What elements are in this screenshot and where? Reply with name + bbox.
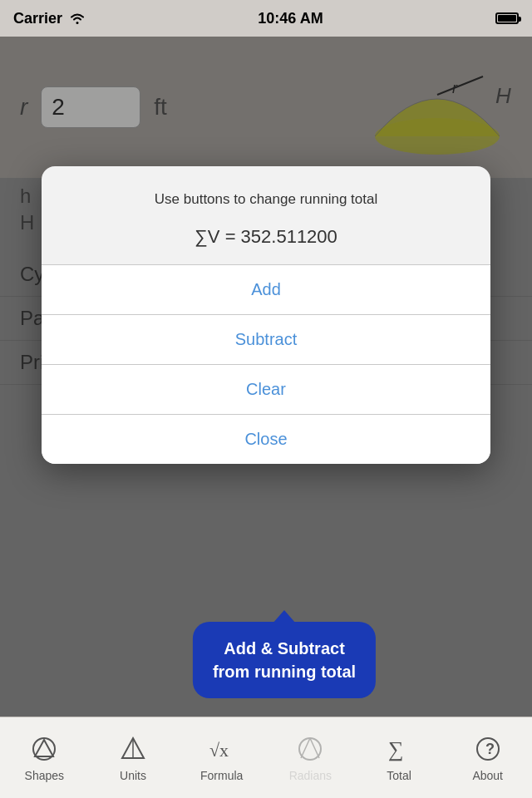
formula-icon: √x [207,734,237,764]
dialog-formula: ∑V = 352.511200 [42,218,490,264]
tab-bar: Shapes Units √x Formula Radians [0,717,532,798]
wifi-icon [69,12,86,25]
status-carrier: Carrier [13,10,86,27]
tab-about-label: About [472,769,503,782]
close-button[interactable]: Close [42,415,490,464]
dialog: Use buttons to change running total ∑V =… [42,166,490,464]
battery-icon [495,12,519,24]
total-icon: ∑ [384,734,414,764]
tab-units-label: Units [120,769,146,782]
svg-text:√x: √x [209,740,229,761]
tab-shapes[interactable]: Shapes [0,717,89,798]
svg-text:∑: ∑ [388,737,404,761]
tab-about[interactable]: ? About [443,717,532,798]
tab-total[interactable]: ∑ Total [355,717,444,798]
status-battery [495,12,519,24]
add-button[interactable]: Add [42,265,490,314]
radians-icon [295,734,325,764]
tab-radians-label: Radians [289,769,332,782]
dialog-header: Use buttons to change running total [42,166,490,218]
about-icon: ? [473,734,503,764]
shapes-icon [29,734,59,764]
status-bar: Carrier 10:46 AM [0,0,532,37]
tab-shapes-label: Shapes [25,769,64,782]
units-icon [118,734,148,764]
tab-radians[interactable]: Radians [266,717,355,798]
tab-units[interactable]: Units [89,717,178,798]
svg-point-9 [299,738,321,760]
status-time: 10:46 AM [258,10,323,27]
tab-total-label: Total [387,769,411,782]
speech-bubble: Add & Subtract from running total [193,622,376,698]
svg-marker-5 [35,740,53,756]
dialog-instruction: Use buttons to change running total [58,190,474,209]
svg-text:?: ? [485,741,495,757]
tab-formula-label: Formula [200,769,243,782]
clear-button[interactable]: Clear [42,365,490,414]
tab-formula[interactable]: √x Formula [177,717,266,798]
subtract-button[interactable]: Subtract [42,315,490,364]
